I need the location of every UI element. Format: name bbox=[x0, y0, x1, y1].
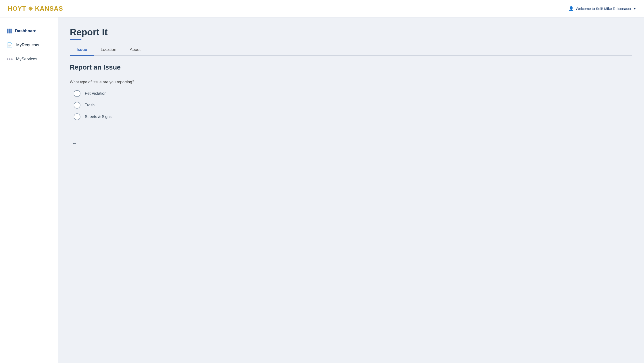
sidebar-item-label-myservices: MyServices bbox=[16, 57, 37, 62]
radio-item-trash[interactable]: Trash bbox=[74, 102, 632, 108]
radio-item-pet-violation[interactable]: Pet Violation bbox=[74, 90, 632, 97]
title-underline bbox=[70, 39, 82, 40]
logo-text: HOYT ☀ KANSAS bbox=[8, 5, 63, 12]
sidebar-item-myservices[interactable]: MyServices bbox=[0, 53, 58, 65]
main-content: Report It Issue Location About Report an… bbox=[58, 18, 644, 363]
doc-icon: 📄 bbox=[7, 42, 13, 48]
radio-circle-trash[interactable] bbox=[74, 102, 80, 108]
logo-hoyt: HOYT bbox=[8, 5, 26, 12]
issue-type-radio-group: Pet Violation Trash Streets & Signs bbox=[74, 90, 632, 120]
user-info[interactable]: 👤 Welcome to Self! Mike Reisenauer ▼ bbox=[569, 6, 636, 11]
section-title: Report an Issue bbox=[70, 64, 632, 71]
sidebar-item-label-dashboard: Dashboard bbox=[15, 28, 36, 34]
back-arrow-icon[interactable]: ← bbox=[70, 139, 79, 148]
radio-label-pet-violation: Pet Violation bbox=[85, 91, 106, 96]
page-title: Report It bbox=[70, 27, 632, 38]
sidebar-item-myrequests[interactable]: 📄 MyRequests bbox=[0, 39, 58, 51]
tab-about[interactable]: About bbox=[123, 44, 147, 56]
top-header: HOYT ☀ KANSAS 👤 Welcome to Self! Mike Re… bbox=[0, 0, 644, 18]
dashboard-icon bbox=[7, 28, 12, 34]
logo-state: KANSAS bbox=[35, 5, 63, 12]
radio-circle-pet-violation[interactable] bbox=[74, 90, 80, 97]
chevron-down-icon: ▼ bbox=[633, 7, 636, 10]
user-icon: 👤 bbox=[569, 6, 574, 11]
tab-location[interactable]: Location bbox=[94, 44, 123, 56]
sidebar: Dashboard 📄 MyRequests MyServices bbox=[0, 18, 58, 363]
logo: HOYT ☀ KANSAS bbox=[8, 5, 63, 12]
radio-item-streets-signs[interactable]: Streets & Signs bbox=[74, 114, 632, 120]
tab-issue[interactable]: Issue bbox=[70, 44, 94, 56]
sidebar-item-dashboard[interactable]: Dashboard bbox=[0, 25, 58, 37]
bottom-section: ← bbox=[70, 135, 632, 150]
question-label: What type of issue are you reporting? bbox=[70, 80, 632, 84]
user-greeting-text: Welcome to Self! Mike Reisenauer bbox=[576, 6, 632, 11]
sidebar-item-label-myrequests: MyRequests bbox=[16, 43, 39, 48]
radio-label-streets-signs: Streets & Signs bbox=[85, 114, 112, 119]
layout: Dashboard 📄 MyRequests MyServices Report… bbox=[0, 18, 644, 363]
dots-icon bbox=[7, 58, 12, 60]
logo-sun-icon: ☀ bbox=[28, 6, 35, 12]
radio-label-trash: Trash bbox=[85, 103, 94, 107]
tabs-bar: Issue Location About bbox=[70, 44, 632, 56]
radio-circle-streets-signs[interactable] bbox=[74, 114, 80, 120]
